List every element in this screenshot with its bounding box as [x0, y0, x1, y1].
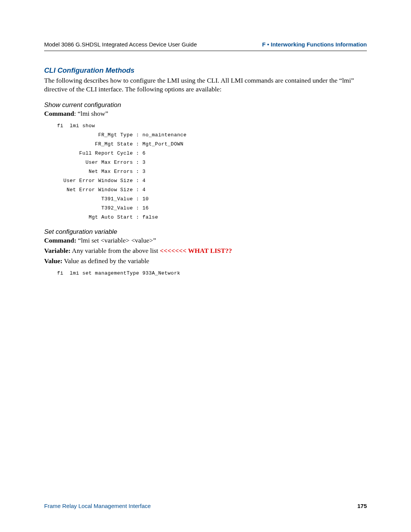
command-line-show: Command: “lmi show”	[44, 110, 367, 118]
page-number: 175	[357, 503, 367, 509]
variable-value: Any variable from the above list	[70, 247, 160, 254]
variable-line: Variable: Any variable from the above li…	[44, 247, 367, 255]
subsection-set-config: Set configuration variable	[44, 228, 367, 236]
value-label: Value:	[44, 257, 62, 265]
document-page: Model 3086 G.SHDSL Integrated Access Dev…	[0, 0, 411, 532]
command-label: Command	[44, 110, 74, 117]
header-left-text: Model 3086 G.SHDSL Integrated Access Dev…	[44, 41, 197, 48]
page-footer: Frame Relay Local Management Interface 1…	[44, 503, 367, 509]
command-value: : “lmi show”	[74, 110, 108, 117]
variable-label: Variable:	[44, 247, 70, 254]
page-header: Model 3086 G.SHDSL Integrated Access Dev…	[44, 41, 367, 48]
footer-left-text: Frame Relay Local Management Interface	[44, 503, 151, 509]
command-line-set: Command: “lmi set <variable> <value>”	[44, 236, 367, 244]
header-right-text: F • Interworking Functions Information	[262, 41, 367, 48]
editorial-note: <<<<<<< WHAT LIST??	[160, 247, 232, 254]
code-block-show: fi lmi show FR_Mgt Type : no_maintenance…	[57, 121, 367, 222]
value-line: Value: Value as defined by the variable	[44, 257, 367, 265]
subsection-show-config: Show current configuration	[44, 101, 367, 109]
code-block-set: fi lmi set managementType 933A_Network	[57, 269, 367, 278]
value-value: Value as defined by the variable	[62, 257, 149, 265]
command-label: Command:	[44, 236, 76, 244]
command-value: “lmi set <variable> <value>”	[76, 236, 156, 244]
section-intro: The following describes how to configure…	[44, 76, 367, 94]
header-rule	[44, 51, 367, 51]
section-heading: CLI Configuration Methods	[44, 66, 367, 75]
